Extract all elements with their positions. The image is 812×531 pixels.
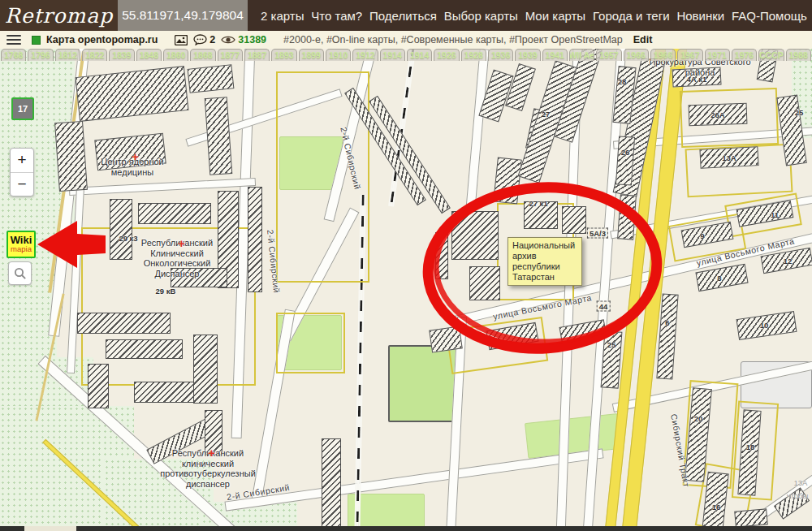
year-timeline: 1768179618121822183918481860186818771887…: [0, 49, 812, 62]
map-layers: 2-й Сибирский2-й Сибирский2-й Сибирскийу…: [0, 49, 812, 531]
year-tab[interactable]: 1939: [515, 49, 540, 61]
map-info-toolbar: Карта opentopomap.ru 2 31389 #2000-е, #O…: [0, 31, 812, 49]
building: [94, 133, 166, 171]
hamburger-menu-icon[interactable]: [6, 35, 21, 45]
building: [774, 487, 810, 519]
year-tab[interactable]: 1971: [705, 49, 730, 61]
street-road: [465, 49, 489, 211]
top-navigation-bar: Retromap 55.811971,49.179804 2 картыЧто …: [0, 0, 812, 31]
medical-cross-marker: +: [132, 153, 139, 161]
menu-item[interactable]: Города и теги: [593, 9, 670, 23]
year-tab[interactable]: 1988: [786, 49, 811, 61]
zoom-level-indicator: 17: [11, 97, 34, 120]
building: [369, 96, 451, 214]
building: [193, 335, 218, 404]
menu-item[interactable]: FAQ-Помощь: [732, 9, 807, 23]
views-icon: 31389: [221, 34, 266, 45]
year-tab[interactable]: 1976: [732, 49, 757, 61]
coordinates-display[interactable]: 55.811971,49.179804: [118, 0, 248, 31]
medical-cross-marker: +: [208, 449, 215, 457]
year-tab[interactable]: 1868: [190, 49, 215, 61]
building: [493, 158, 522, 205]
block-outline: [276, 313, 345, 373]
year-tab[interactable]: 1936: [488, 49, 513, 61]
year-tab[interactable]: 1926: [434, 49, 459, 61]
year-tab[interactable]: 1796: [28, 49, 53, 61]
building: [435, 232, 448, 279]
image-icon[interactable]: [175, 35, 188, 45]
main-menu: 2 картыЧто там?ПоделитьсяВыбор картыМои …: [248, 0, 812, 31]
year-tab[interactable]: 1877: [218, 49, 243, 61]
building: [469, 266, 500, 300]
building: [562, 206, 586, 234]
building: [188, 64, 235, 93]
year-tab[interactable]: 1839: [109, 49, 134, 61]
building: [689, 103, 748, 126]
year-tab[interactable]: 1966: [624, 49, 649, 61]
building: [322, 438, 341, 531]
year-tab[interactable]: 1912: [352, 49, 378, 61]
year-tab[interactable]: 1822: [82, 49, 107, 61]
building: [524, 201, 558, 229]
zoom-in-button[interactable]: +: [11, 149, 33, 173]
wikimapia-button[interactable]: Wiki mapia: [6, 231, 36, 258]
search-icon: [14, 267, 27, 280]
comments-icon[interactable]: 2: [193, 34, 215, 45]
retromap-logo[interactable]: Retromap: [0, 0, 118, 31]
building: [106, 339, 183, 359]
year-tab[interactable]: 1941: [542, 49, 568, 61]
year-tab[interactable]: 1893: [271, 49, 296, 61]
building: [205, 97, 233, 175]
building: [88, 364, 109, 408]
current-map-title: Карта opentopomap.ru: [46, 34, 158, 45]
year-tab[interactable]: 1887: [244, 49, 270, 61]
building: [734, 508, 768, 527]
building: [429, 326, 463, 352]
year-tab[interactable]: СССР: [758, 49, 784, 61]
menu-item[interactable]: 2 карты: [261, 9, 304, 23]
hashtag-list[interactable]: #2000-е, #On-line карты, #Современные ка…: [283, 34, 623, 45]
building: [110, 199, 132, 260]
year-tab[interactable]: 1910: [326, 49, 351, 61]
building: [248, 187, 262, 292]
year-tab[interactable]: 1848: [136, 49, 162, 61]
building: [601, 330, 623, 388]
zoom-out-button[interactable]: −: [11, 173, 33, 196]
menu-item[interactable]: Что там?: [311, 9, 362, 23]
year-tab[interactable]: 1768: [1, 49, 26, 61]
menu-item[interactable]: Мои карты: [525, 9, 585, 23]
building: [615, 136, 635, 185]
year-tab[interactable]: 1914: [380, 49, 405, 61]
building: [171, 268, 227, 287]
menu-item[interactable]: Новинки: [676, 9, 724, 23]
year-tab[interactable]: 1899: [299, 49, 324, 61]
building: [617, 194, 637, 240]
year-tab[interactable]: 1812: [55, 49, 80, 61]
menu-item[interactable]: Поделиться: [369, 9, 437, 23]
search-button[interactable]: [8, 261, 32, 285]
year-tab[interactable]: 1966: [650, 49, 676, 61]
year-tab[interactable]: 1957: [596, 49, 621, 61]
place-tooltip: Национальный архив республики Татарстан: [508, 237, 582, 286]
building: [75, 66, 188, 122]
stadium-area: [388, 345, 457, 422]
building: [736, 311, 797, 340]
building: [699, 146, 758, 169]
building: [451, 211, 499, 260]
comments-count: 2: [209, 34, 215, 45]
bottom-timeline-strip[interactable]: [0, 526, 812, 531]
year-tab[interactable]: 1928: [461, 49, 486, 61]
building: [672, 67, 721, 87]
retromap-app: Retromap 55.811971,49.179804 2 картыЧто …: [0, 0, 812, 531]
year-tab[interactable]: 1914: [407, 49, 432, 61]
building: [54, 121, 88, 192]
edit-link[interactable]: Edit: [633, 34, 653, 45]
year-tab[interactable]: WWII Aero: [569, 49, 594, 61]
views-count: 31389: [238, 34, 266, 45]
building: [77, 313, 171, 334]
year-tab[interactable]: 1967: [677, 49, 702, 61]
building: [138, 203, 211, 224]
menu-item[interactable]: Выбор карты: [444, 9, 518, 23]
map-canvas[interactable]: 2-й Сибирский2-й Сибирский2-й Сибирскийу…: [0, 49, 812, 531]
year-tab[interactable]: 1860: [163, 49, 188, 61]
